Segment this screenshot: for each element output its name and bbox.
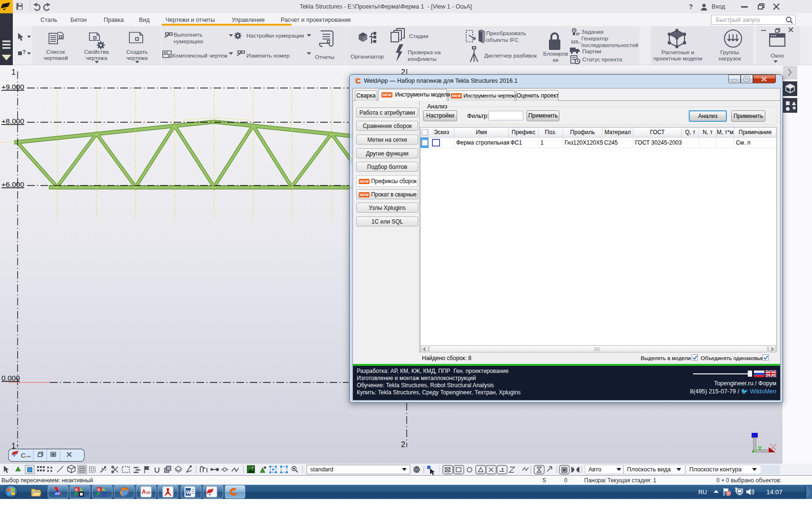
svg-text:Авто: Авто — [588, 466, 601, 473]
svg-text:+8.000: +8.000 — [1, 117, 24, 125]
svg-text:10: 10 — [146, 490, 150, 495]
svg-text:Плоскости контура: Плоскости контура — [689, 466, 742, 473]
svg-text:?: ? — [22, 49, 26, 56]
svg-text:0.000: 0.000 — [1, 374, 20, 382]
svg-text:123...: 123... — [571, 39, 582, 44]
svg-text:Y: Y — [758, 445, 762, 452]
svg-text:+9.000: +9.000 — [1, 83, 24, 91]
svg-text:+6.000: +6.000 — [1, 180, 24, 188]
svg-text:1: 1 — [11, 68, 16, 76]
svg-text:standard: standard — [310, 466, 333, 473]
svg-text:C: C — [21, 452, 25, 459]
svg-text:S: S — [75, 488, 78, 492]
svg-text:2: 2 — [401, 440, 405, 449]
svg-text:##: ## — [55, 491, 60, 496]
svg-text:A: A — [142, 489, 146, 495]
svg-text:Плоскость вида: Плоскость вида — [627, 466, 671, 473]
svg-text:14:07: 14:07 — [766, 489, 783, 496]
svg-text:RU: RU — [698, 489, 707, 496]
svg-text:W: W — [186, 489, 191, 495]
svg-text:S: S — [98, 488, 100, 492]
